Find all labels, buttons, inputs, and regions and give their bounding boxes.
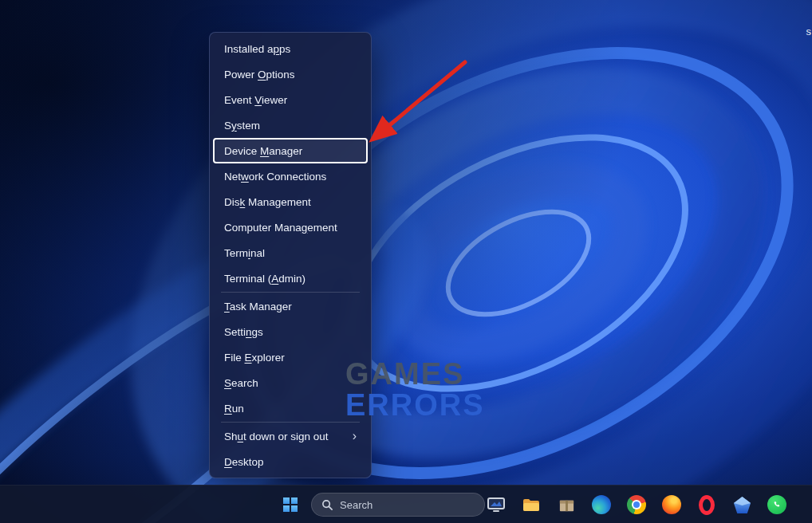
menu-item-terminal-admin[interactable]: Terminal (Admin) xyxy=(213,265,368,291)
menu-item-label: Network Connections xyxy=(224,171,326,183)
edge-icon[interactable] xyxy=(591,494,612,515)
menu-item-run[interactable]: Run xyxy=(213,395,368,421)
menu-item-installed-apps[interactable]: Installed apps xyxy=(213,36,368,61)
menu-item-label: Event Viewer xyxy=(224,94,287,106)
menu-item-file-explorer[interactable]: File Explorer xyxy=(213,344,368,370)
menu-item-label: Computer Management xyxy=(224,222,337,234)
menu-item-label: Shut down or sign out xyxy=(224,431,329,442)
menu-item-label: Terminal (Admin) xyxy=(224,273,305,285)
taskbar-pinned-apps xyxy=(486,494,787,515)
menu-item-label: Disk Management xyxy=(224,196,311,208)
menu-item-search[interactable]: Search xyxy=(213,370,368,395)
menu-item-disk-management[interactable]: Disk Management xyxy=(213,189,368,214)
menu-item-label: Device Manager xyxy=(224,145,302,157)
menu-item-label: Power Options xyxy=(224,69,295,81)
taskbar-search[interactable] xyxy=(311,493,485,517)
search-input[interactable] xyxy=(340,499,467,511)
menu-item-device-manager[interactable]: Device Manager xyxy=(213,138,368,163)
menu-item-desktop[interactable]: Desktop xyxy=(213,449,368,474)
menu-item-terminal[interactable]: Terminal xyxy=(213,240,368,265)
menu-item-network-connections[interactable]: Network Connections xyxy=(213,163,368,189)
menu-item-label: Settings xyxy=(224,326,263,338)
search-icon xyxy=(321,499,333,511)
menu-item-computer-management[interactable]: Computer Management xyxy=(213,214,368,240)
taskbar xyxy=(0,485,812,523)
menu-item-label: System xyxy=(224,120,260,132)
folder-icon[interactable] xyxy=(521,494,542,515)
opera-icon[interactable] xyxy=(696,494,717,515)
corner-text: s xyxy=(806,26,812,37)
windows-start-icon xyxy=(283,497,298,512)
menu-item-settings[interactable]: Settings xyxy=(213,319,368,344)
chevron-right-icon: › xyxy=(353,430,357,442)
menu-item-power-options[interactable]: Power Options xyxy=(213,61,368,87)
blue-gem-app-icon[interactable] xyxy=(731,494,752,515)
desktop: Installed apps Power Options Event Viewe… xyxy=(0,0,812,523)
start-button[interactable] xyxy=(279,494,302,516)
menu-item-label: Task Manager xyxy=(224,301,292,313)
menu-item-label: Terminal xyxy=(224,247,265,259)
menu-separator xyxy=(221,422,360,423)
winx-context-menu: Installed apps Power Options Event Viewe… xyxy=(209,32,372,478)
menu-separator xyxy=(221,292,360,293)
desktop-wallpaper xyxy=(0,0,812,523)
menu-item-label: Run xyxy=(224,403,244,415)
box-app-icon[interactable] xyxy=(556,494,577,515)
whatsapp-icon[interactable] xyxy=(767,494,787,515)
menu-item-label: Search xyxy=(224,377,258,389)
menu-item-system[interactable]: System xyxy=(213,112,368,138)
menu-item-task-manager[interactable]: Task Manager xyxy=(213,293,368,319)
monitor-app-icon[interactable] xyxy=(486,494,507,515)
menu-item-label: Installed apps xyxy=(224,43,290,55)
menu-item-event-viewer[interactable]: Event Viewer xyxy=(213,87,368,112)
firefox-icon[interactable] xyxy=(661,494,682,515)
chrome-icon[interactable] xyxy=(626,494,647,515)
menu-item-label: File Explorer xyxy=(224,352,285,364)
menu-item-label: Desktop xyxy=(224,456,264,468)
menu-item-shut-down-or-sign-out[interactable]: Shut down or sign out › xyxy=(213,423,368,449)
